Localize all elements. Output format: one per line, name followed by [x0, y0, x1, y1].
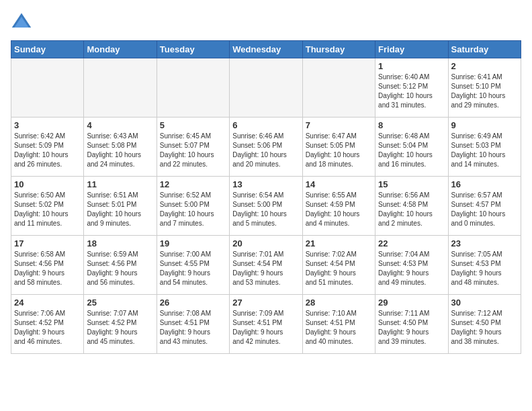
- calendar-cell: 27Sunrise: 7:09 AMSunset: 4:51 PMDayligh…: [230, 295, 302, 354]
- day-info: Sunrise: 7:02 AMSunset: 4:54 PMDaylight:…: [306, 250, 372, 287]
- day-number: 28: [306, 298, 372, 308]
- day-info: Sunrise: 6:40 AMSunset: 5:12 PMDaylight:…: [378, 73, 445, 110]
- day-info: Sunrise: 7:06 AMSunset: 4:52 PMDaylight:…: [14, 309, 81, 347]
- calendar-week-5: 24Sunrise: 7:06 AMSunset: 4:52 PMDayligh…: [11, 295, 521, 354]
- weekday-header-wednesday: Wednesday: [230, 41, 302, 58]
- day-number: 20: [232, 238, 299, 248]
- calendar-cell: 13Sunrise: 6:54 AMSunset: 5:00 PMDayligh…: [230, 177, 302, 236]
- day-number: 29: [378, 298, 445, 308]
- weekday-header-sunday: Sunday: [11, 41, 84, 58]
- weekday-header-saturday: Saturday: [448, 41, 521, 58]
- day-number: 24: [14, 298, 81, 308]
- day-number: 1: [378, 61, 445, 71]
- calendar-week-2: 3Sunrise: 6:42 AMSunset: 5:09 PMDaylight…: [11, 118, 521, 177]
- calendar-cell: [84, 58, 157, 118]
- day-info: Sunrise: 6:54 AMSunset: 5:00 PMDaylight:…: [232, 191, 299, 228]
- calendar-cell: 1Sunrise: 6:40 AMSunset: 5:12 PMDaylight…: [375, 58, 448, 118]
- calendar-cell: 23Sunrise: 7:05 AMSunset: 4:53 PMDayligh…: [448, 236, 521, 295]
- day-number: 21: [306, 238, 372, 248]
- day-info: Sunrise: 6:49 AMSunset: 5:03 PMDaylight:…: [451, 132, 518, 169]
- calendar-cell: 21Sunrise: 7:02 AMSunset: 4:54 PMDayligh…: [302, 236, 375, 295]
- calendar-cell: 8Sunrise: 6:48 AMSunset: 5:04 PMDaylight…: [375, 118, 448, 177]
- day-number: 22: [378, 238, 445, 248]
- calendar-cell: 3Sunrise: 6:42 AMSunset: 5:09 PMDaylight…: [11, 118, 84, 177]
- day-number: 4: [87, 120, 153, 130]
- calendar-cell: 30Sunrise: 7:12 AMSunset: 4:50 PMDayligh…: [448, 295, 521, 354]
- day-number: 2: [451, 61, 518, 71]
- day-info: Sunrise: 6:45 AMSunset: 5:07 PMDaylight:…: [160, 132, 226, 169]
- calendar-cell: [11, 58, 84, 118]
- day-info: Sunrise: 6:50 AMSunset: 5:02 PMDaylight:…: [14, 191, 81, 228]
- calendar-cell: [230, 58, 302, 118]
- day-number: 19: [160, 238, 226, 248]
- calendar-cell: 25Sunrise: 7:07 AMSunset: 4:52 PMDayligh…: [84, 295, 157, 354]
- calendar-cell: 24Sunrise: 7:06 AMSunset: 4:52 PMDayligh…: [11, 295, 84, 354]
- calendar-week-4: 17Sunrise: 6:58 AMSunset: 4:56 PMDayligh…: [11, 236, 521, 295]
- day-info: Sunrise: 7:04 AMSunset: 4:53 PMDaylight:…: [378, 250, 445, 287]
- calendar-cell: 18Sunrise: 6:59 AMSunset: 4:56 PMDayligh…: [84, 236, 157, 295]
- day-number: 18: [87, 238, 153, 248]
- day-number: 13: [232, 179, 299, 189]
- day-info: Sunrise: 7:08 AMSunset: 4:51 PMDaylight:…: [160, 309, 226, 347]
- day-number: 27: [232, 298, 299, 308]
- logo-icon: [11, 11, 32, 32]
- day-info: Sunrise: 6:55 AMSunset: 4:59 PMDaylight:…: [306, 191, 372, 228]
- calendar-cell: 19Sunrise: 7:00 AMSunset: 4:55 PMDayligh…: [157, 236, 229, 295]
- day-number: 8: [378, 120, 445, 130]
- day-number: 5: [160, 120, 226, 130]
- calendar-cell: 22Sunrise: 7:04 AMSunset: 4:53 PMDayligh…: [375, 236, 448, 295]
- day-info: Sunrise: 7:11 AMSunset: 4:50 PMDaylight:…: [378, 309, 445, 347]
- day-info: Sunrise: 6:43 AMSunset: 5:08 PMDaylight:…: [87, 132, 153, 169]
- calendar-cell: 15Sunrise: 6:56 AMSunset: 4:58 PMDayligh…: [375, 177, 448, 236]
- day-number: 14: [306, 179, 372, 189]
- calendar-cell: 28Sunrise: 7:10 AMSunset: 4:51 PMDayligh…: [302, 295, 375, 354]
- calendar-week-1: 1Sunrise: 6:40 AMSunset: 5:12 PMDaylight…: [11, 58, 521, 118]
- calendar-table: SundayMondayTuesdayWednesdayThursdayFrid…: [11, 40, 521, 354]
- day-info: Sunrise: 7:05 AMSunset: 4:53 PMDaylight:…: [451, 250, 518, 287]
- day-number: 26: [160, 298, 226, 308]
- calendar-cell: 26Sunrise: 7:08 AMSunset: 4:51 PMDayligh…: [157, 295, 229, 354]
- calendar-cell: 6Sunrise: 6:46 AMSunset: 5:06 PMDaylight…: [230, 118, 302, 177]
- weekday-header-row: SundayMondayTuesdayWednesdayThursdayFrid…: [11, 41, 521, 58]
- calendar-cell: 9Sunrise: 6:49 AMSunset: 5:03 PMDaylight…: [448, 118, 521, 177]
- day-number: 11: [87, 179, 153, 189]
- day-info: Sunrise: 6:59 AMSunset: 4:56 PMDaylight:…: [87, 250, 153, 287]
- day-number: 6: [232, 120, 299, 130]
- calendar-cell: [157, 58, 229, 118]
- day-info: Sunrise: 6:48 AMSunset: 5:04 PMDaylight:…: [378, 132, 445, 169]
- day-info: Sunrise: 7:00 AMSunset: 4:55 PMDaylight:…: [160, 250, 226, 287]
- weekday-header-tuesday: Tuesday: [157, 41, 229, 58]
- day-info: Sunrise: 6:58 AMSunset: 4:56 PMDaylight:…: [14, 250, 81, 287]
- day-number: 7: [306, 120, 372, 130]
- day-number: 25: [87, 298, 153, 308]
- day-info: Sunrise: 6:52 AMSunset: 5:00 PMDaylight:…: [160, 191, 226, 228]
- calendar-cell: 5Sunrise: 6:45 AMSunset: 5:07 PMDaylight…: [157, 118, 229, 177]
- day-number: 3: [14, 120, 81, 130]
- day-number: 12: [160, 179, 226, 189]
- calendar-cell: 4Sunrise: 6:43 AMSunset: 5:08 PMDaylight…: [84, 118, 157, 177]
- calendar-cell: 11Sunrise: 6:51 AMSunset: 5:01 PMDayligh…: [84, 177, 157, 236]
- calendar-cell: 7Sunrise: 6:47 AMSunset: 5:05 PMDaylight…: [302, 118, 375, 177]
- day-info: Sunrise: 6:51 AMSunset: 5:01 PMDaylight:…: [87, 191, 153, 228]
- day-info: Sunrise: 6:57 AMSunset: 4:57 PMDaylight:…: [451, 191, 518, 228]
- day-info: Sunrise: 6:46 AMSunset: 5:06 PMDaylight:…: [232, 132, 299, 169]
- day-number: 10: [14, 179, 81, 189]
- calendar-cell: 14Sunrise: 6:55 AMSunset: 4:59 PMDayligh…: [302, 177, 375, 236]
- weekday-header-monday: Monday: [84, 41, 157, 58]
- calendar-cell: 12Sunrise: 6:52 AMSunset: 5:00 PMDayligh…: [157, 177, 229, 236]
- calendar-cell: 29Sunrise: 7:11 AMSunset: 4:50 PMDayligh…: [375, 295, 448, 354]
- day-number: 17: [14, 238, 81, 248]
- day-info: Sunrise: 7:12 AMSunset: 4:50 PMDaylight:…: [451, 309, 518, 347]
- day-info: Sunrise: 6:56 AMSunset: 4:58 PMDaylight:…: [378, 191, 445, 228]
- day-number: 16: [451, 179, 518, 189]
- day-number: 30: [451, 298, 518, 308]
- day-info: Sunrise: 7:01 AMSunset: 4:54 PMDaylight:…: [232, 250, 299, 287]
- calendar-cell: 16Sunrise: 6:57 AMSunset: 4:57 PMDayligh…: [448, 177, 521, 236]
- calendar-cell: [302, 58, 375, 118]
- day-number: 23: [451, 238, 518, 248]
- calendar-cell: 2Sunrise: 6:41 AMSunset: 5:10 PMDaylight…: [448, 58, 521, 118]
- day-info: Sunrise: 7:07 AMSunset: 4:52 PMDaylight:…: [87, 309, 153, 347]
- day-number: 15: [378, 179, 445, 189]
- logo: [11, 11, 35, 32]
- calendar-cell: 17Sunrise: 6:58 AMSunset: 4:56 PMDayligh…: [11, 236, 84, 295]
